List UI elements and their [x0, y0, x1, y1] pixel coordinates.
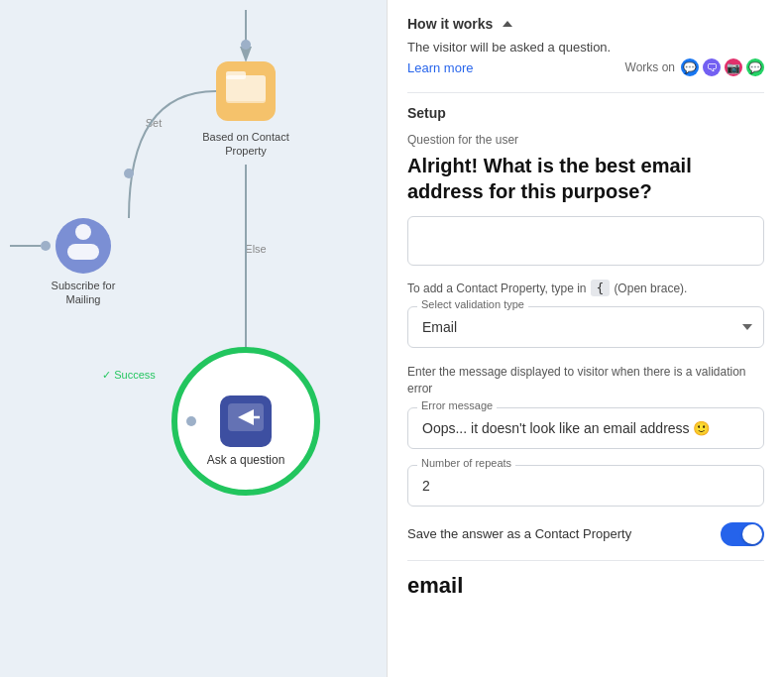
platform-icons: 💬 🗨 📷 💬: [681, 58, 764, 76]
divider-2: [407, 560, 764, 561]
subscribe-label-line2: Mailing: [66, 293, 101, 305]
validation-label: Select validation type: [417, 298, 528, 310]
error-message-wrapper: Error message: [407, 407, 764, 449]
works-on-label: Works on: [625, 60, 675, 74]
contact-property-label-line1: Based on Contact: [202, 131, 288, 143]
settings-panel: How it works The visitor will be asked a…: [387, 0, 784, 677]
contact-property-hint: To add a Contact Property, type in { (Op…: [407, 280, 764, 296]
contact-property-label-line2: Property: [225, 145, 267, 157]
open-brace-label: (Open brace).: [614, 282, 687, 295]
toggle-knob: [742, 524, 762, 544]
whatsapp-icon: 💬: [746, 58, 764, 76]
repeats-wrapper: Number of repeats: [407, 465, 764, 507]
repeats-label: Number of repeats: [417, 457, 515, 469]
node-dot-top: [241, 40, 251, 50]
setup-title: Setup: [407, 105, 764, 121]
repeats-input[interactable]: [407, 465, 764, 507]
save-answer-toggle[interactable]: [721, 522, 764, 546]
hint-text-before: To add a Contact Property, type in: [407, 282, 587, 295]
else-label: Else: [245, 243, 266, 255]
how-it-works-header: How it works: [407, 16, 764, 32]
question-textarea[interactable]: [407, 216, 764, 266]
subscribe-person-body: [67, 244, 99, 260]
success-label: ✓ Success: [102, 369, 156, 381]
question-text: Alright! What is the best email address …: [407, 153, 764, 204]
validation-error-hint: Enter the message displayed to visitor w…: [407, 364, 764, 397]
works-on-row: Works on 💬 🗨 📷 💬: [625, 58, 764, 76]
folder-body: [226, 75, 266, 101]
how-it-works-title: How it works: [407, 16, 493, 32]
property-value: email: [407, 573, 764, 599]
flow-diagram: Based on Contact Property Set Subscribe …: [0, 0, 387, 677]
subscribe-person-head: [75, 224, 91, 240]
error-message-label: Error message: [417, 399, 497, 411]
collapse-icon[interactable]: [503, 21, 512, 27]
brace-symbol: {: [591, 280, 611, 296]
messenger-icon: 💬: [681, 58, 699, 76]
how-it-works-description: The visitor will be asked a question.: [407, 40, 764, 55]
validation-type-wrapper: Select validation type Email Phone Numbe…: [407, 306, 764, 348]
dot-left-ask: [186, 416, 196, 426]
learn-more-row: Learn more Works on 💬 🗨 📷 💬: [407, 58, 764, 76]
error-message-input[interactable]: [407, 407, 764, 449]
save-answer-row: Save the answer as a Contact Property: [407, 522, 764, 546]
dot-set-branch: [124, 169, 134, 178]
validation-select[interactable]: Email Phone Number Text: [407, 306, 764, 348]
divider-1: [407, 92, 764, 93]
set-connector: [129, 91, 216, 218]
subscribe-label-line1: Subscribe for: [52, 280, 116, 291]
instagram-icon: 📷: [725, 58, 742, 76]
learn-more-link[interactable]: Learn more: [407, 60, 473, 75]
save-answer-label: Save the answer as a Contact Property: [407, 526, 631, 541]
ask-question-label: Ask a question: [207, 453, 285, 467]
viber-icon: 🗨: [703, 58, 721, 76]
dot-left-subscribe: [41, 241, 51, 251]
question-label: Question for the user: [407, 133, 764, 147]
